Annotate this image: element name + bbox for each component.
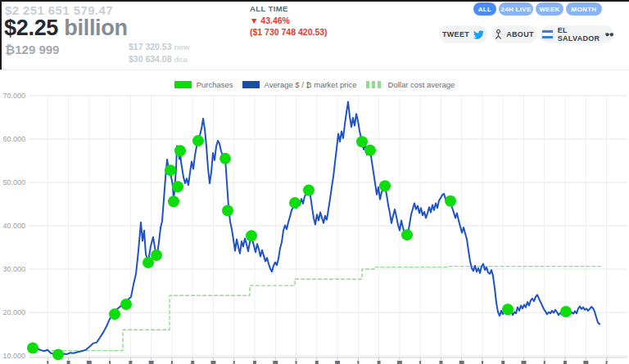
purchase-dot[interactable] <box>27 342 38 353</box>
purchase-dot[interactable] <box>502 303 514 315</box>
purchase-dot[interactable] <box>172 181 183 192</box>
purchase-dot[interactable] <box>560 306 572 317</box>
purchase-dot[interactable] <box>246 230 257 241</box>
y-tick-label: 70.000 <box>2 92 25 100</box>
legend-swatch-purchases <box>174 81 192 88</box>
change-percent: ▼ 43.46% <box>250 15 328 26</box>
dca-line <box>29 267 600 351</box>
x-label-cropped <box>335 361 340 364</box>
purchase-dot[interactable] <box>222 204 233 216</box>
x-label-cropped <box>439 361 442 364</box>
purchase-dot[interactable] <box>364 145 376 156</box>
glasses-icon <box>605 31 613 38</box>
price-dca-value: $30 634.08 <box>129 54 172 64</box>
x-label-cropped <box>315 361 319 364</box>
y-tick-label: 40.000 <box>2 222 25 230</box>
x-label-cropped <box>378 361 381 364</box>
purchase-dot[interactable] <box>219 153 231 164</box>
x-label-cropped <box>87 361 92 364</box>
range-button-24h-live[interactable]: 24H LIVE <box>499 2 533 16</box>
y-tick-label: 10.000 <box>2 352 25 360</box>
purchase-dot[interactable] <box>168 195 179 207</box>
range-button-week[interactable]: WEEK <box>536 2 563 16</box>
x-label-cropped <box>191 361 194 364</box>
x-label-cropped <box>67 361 70 364</box>
x-label-cropped <box>397 361 402 364</box>
purchase-dot[interactable] <box>192 135 204 146</box>
x-label-cropped <box>210 361 215 364</box>
y-tick-label: 20.000 <box>2 308 25 317</box>
price-dca-row: $30 634.08 dca <box>129 53 189 65</box>
performance-block: ALL TIME ▼ 43.46% ($1 730 748 420.53) <box>250 3 328 38</box>
twitter-icon <box>473 29 484 40</box>
price-now-suffix: now <box>174 43 189 52</box>
change-absolute: ($1 730 748 420.53) <box>250 26 328 38</box>
price-now-dca-block: $17 320.53 now $30 634.08 dca <box>129 41 189 65</box>
purchase-dot[interactable] <box>109 308 120 320</box>
purchase-dot[interactable] <box>165 164 176 176</box>
x-label-cropped <box>129 361 132 364</box>
purchase-dot[interactable] <box>52 348 64 360</box>
el-salvador-button[interactable]: EL SALVADOR <box>541 25 613 43</box>
y-tick-label: 30.000 <box>2 265 25 273</box>
legend-label-purchases: Purchases <box>197 80 233 89</box>
x-label-cropped <box>273 361 278 364</box>
purchase-dot[interactable] <box>401 229 413 240</box>
x-label-cropped <box>233 361 235 364</box>
y-tick-label: 60.000 <box>2 135 25 143</box>
legend-item-purchases: Purchases <box>174 80 233 89</box>
tweet-button-label: TWEET <box>442 30 469 38</box>
tweet-button[interactable]: TWEET <box>439 25 487 43</box>
chart-legend: Purchases Average $ / ₿ market price Dol… <box>0 79 629 90</box>
x-label-cropped <box>606 361 608 364</box>
x-label-cropped <box>583 361 588 364</box>
y-tick-label: 50.000 <box>2 178 25 186</box>
chart-grid: 70.00060.00050.00040.00030.00020.00010.0… <box>2 92 627 364</box>
x-label-cropped <box>47 361 48 364</box>
purchase-dot[interactable] <box>303 185 314 196</box>
x-label-cropped <box>296 361 297 364</box>
x-label-cropped <box>482 361 483 364</box>
total-usd-rounded: $2.25 billion <box>4 16 128 41</box>
legend-label-market-price: Average $ / ₿ market price <box>265 80 357 89</box>
purchase-dot[interactable] <box>289 197 301 209</box>
purchase-dot[interactable] <box>151 249 162 261</box>
purchase-dot[interactable] <box>356 136 368 147</box>
x-label-cropped <box>357 361 359 364</box>
el-salvador-button-label: EL SALVADOR <box>558 26 601 43</box>
about-button-label: ABOUT <box>506 30 534 38</box>
price-dca-suffix: dca <box>174 55 187 64</box>
about-person-icon <box>495 29 502 39</box>
purchase-dot[interactable] <box>445 195 456 207</box>
header-divider <box>0 70 629 70</box>
legend-item-market-price: Average $ / ₿ market price <box>242 80 357 89</box>
x-label-cropped <box>171 361 173 364</box>
period-label: ALL TIME <box>250 3 328 15</box>
x-label-cropped <box>459 361 464 364</box>
holdings-price-chart: 70.00060.00050.00040.00030.00020.00010.0… <box>0 0 629 364</box>
x-label-cropped <box>253 361 256 364</box>
x-label-cropped <box>522 361 527 364</box>
total-btc-holdings: ₿129 999 <box>5 43 59 56</box>
x-label-cropped <box>419 361 421 364</box>
x-label-cropped <box>109 361 111 364</box>
purchase-dot[interactable] <box>379 180 391 191</box>
x-label-cropped <box>501 361 505 364</box>
price-now-value: $17 320.53 <box>129 42 172 52</box>
legend-item-dca: Dollar cost average <box>366 80 455 89</box>
range-button-all[interactable]: ALL <box>473 2 496 16</box>
legend-swatch-dca <box>366 81 383 88</box>
purchase-dot[interactable] <box>174 145 186 156</box>
purchase-dots <box>27 135 572 360</box>
x-label-cropped <box>544 361 545 364</box>
price-now-row: $17 320.53 now <box>129 41 189 53</box>
x-label-cropped <box>149 361 154 364</box>
flag-el-salvador-icon <box>541 29 554 40</box>
total-usd-rounded-value: $2.25 <box>4 16 58 40</box>
about-button[interactable]: ABOUT <box>492 25 536 43</box>
total-usd-rounded-unit: billion <box>58 16 128 40</box>
purchase-dot[interactable] <box>120 299 132 310</box>
x-label-cropped <box>563 361 567 364</box>
range-button-month[interactable]: MONTH <box>566 2 602 16</box>
legend-swatch-market-price <box>242 81 260 88</box>
